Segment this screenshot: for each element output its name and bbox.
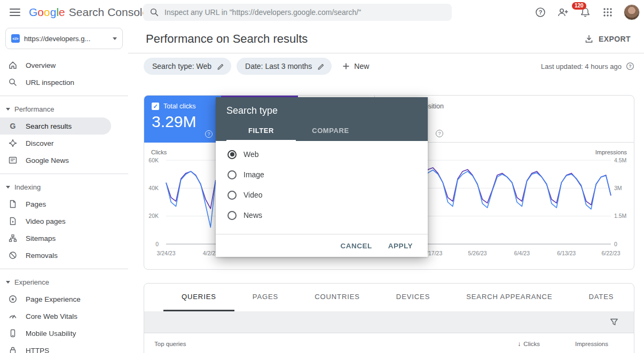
metric-tab-total-clicks[interactable]: ✓ Total clicks 3.29M ?	[144, 96, 221, 143]
radio-option-web[interactable]: Web	[216, 144, 428, 164]
column-clicks[interactable]: ↓ Clicks	[476, 340, 540, 348]
sidebar-item-sitemaps[interactable]: Sitemaps	[0, 230, 111, 247]
svg-text:6/22/23: 6/22/23	[601, 250, 620, 256]
search-icon	[8, 77, 18, 87]
sidebar-item-pages[interactable]: Pages	[0, 195, 111, 213]
chevron-down-icon	[113, 37, 117, 40]
video-page-icon	[8, 216, 18, 226]
last-updated: Last updated: 4 hours ago ?	[541, 62, 634, 70]
section-indexing[interactable]: Indexing	[0, 179, 128, 195]
tab-search-appearance[interactable]: SEARCH APPEARANCE	[448, 284, 570, 311]
svg-text:?: ?	[629, 64, 632, 69]
dialog-footer: CANCEL APPLY	[216, 234, 428, 257]
help-icon[interactable]: ?	[534, 6, 547, 19]
collapse-caret-icon	[6, 108, 10, 111]
home-icon	[8, 60, 18, 70]
app-logo[interactable]: Google Search Console	[29, 6, 148, 19]
svg-text:6/4/23: 6/4/23	[514, 250, 530, 256]
search-icon	[150, 7, 159, 17]
news-icon	[8, 155, 18, 165]
sitemap-icon	[8, 233, 18, 243]
sidebar-item-overview[interactable]: Overview	[0, 57, 111, 74]
apps-grid-icon[interactable]	[601, 6, 614, 19]
radio-option-video[interactable]: Video	[216, 185, 428, 205]
tab-countries[interactable]: COUNTRIES	[296, 284, 378, 311]
google-g-icon: G	[8, 121, 18, 131]
metric-tabs-filler	[452, 96, 634, 143]
divider	[0, 96, 128, 96]
dialog-body: Web Image Video News	[216, 141, 428, 234]
sidebar-item-https[interactable]: HTTPS	[0, 342, 111, 353]
svg-text:0: 0	[155, 241, 159, 247]
sidebar-item-discover[interactable]: Discover	[0, 135, 111, 152]
section-experience[interactable]: Experience	[0, 274, 128, 291]
filter-chip-search-type[interactable]: Search type: Web	[144, 58, 231, 75]
tab-pages[interactable]: PAGES	[234, 284, 296, 311]
filter-chip-date[interactable]: Date: Last 3 months	[237, 58, 332, 75]
help-icon[interactable]: ?	[436, 130, 443, 137]
logo-product-name: Search Console	[69, 6, 148, 19]
export-button[interactable]: EXPORT	[584, 34, 631, 44]
add-user-icon[interactable]	[556, 6, 569, 19]
page-header: Performance on Search results EXPORT	[128, 25, 644, 53]
sidebar-item-page-experience[interactable]: Page Experience	[0, 291, 111, 308]
dialog-tab-filter[interactable]: FILTER	[226, 122, 296, 141]
page-experience-icon	[8, 294, 18, 304]
svg-text:0: 0	[614, 241, 617, 247]
sidebar-item-core-web-vitals[interactable]: Core Web Vitals	[0, 308, 111, 325]
svg-text:G: G	[10, 122, 16, 130]
svg-text:60K: 60K	[148, 157, 159, 163]
column-impressions[interactable]: Impressions	[540, 341, 625, 347]
svg-text:5/26/23: 5/26/23	[468, 250, 487, 256]
sidebar-item-removals[interactable]: Removals	[0, 247, 111, 264]
property-label: https://developers.g...	[24, 35, 113, 43]
column-top-queries[interactable]: Top queries	[154, 341, 476, 347]
svg-text:?: ?	[539, 9, 543, 15]
plus-icon	[341, 61, 351, 71]
new-filter-button[interactable]: New	[337, 61, 373, 71]
tab-queries[interactable]: QUERIES	[163, 284, 234, 311]
page-title: Performance on Search results	[146, 32, 584, 46]
sidebar-item-mobile-usability[interactable]: Mobile Usability	[0, 325, 111, 342]
notifications-bell-icon[interactable]: 120	[579, 6, 592, 19]
download-icon	[584, 34, 594, 44]
search-input[interactable]	[164, 8, 445, 17]
svg-text:20K: 20K	[148, 213, 159, 219]
page-icon	[8, 199, 18, 209]
sidebar-item-video-pages[interactable]: Video pages	[0, 213, 111, 230]
notification-badge: 120	[572, 2, 586, 10]
dimension-tabs: QUERIES PAGES COUNTRIES DEVICES SEARCH A…	[144, 284, 634, 311]
help-icon[interactable]: ?	[626, 62, 634, 70]
tab-dates[interactable]: DATES	[570, 284, 632, 311]
sidebar-item-google-news[interactable]: Google News	[0, 152, 111, 169]
apply-button[interactable]: APPLY	[388, 242, 413, 250]
checkbox-checked-icon[interactable]: ✓	[152, 103, 159, 110]
filter-funnel-icon[interactable]	[609, 317, 619, 327]
radio-unselected-icon[interactable]	[227, 170, 237, 179]
help-icon[interactable]: ?	[205, 130, 213, 138]
svg-text:4.5M: 4.5M	[614, 157, 626, 163]
radio-unselected-icon[interactable]	[227, 191, 237, 200]
section-performance[interactable]: Performance	[0, 101, 128, 117]
table-header-row: Top queries ↓ Clicks Impressions	[144, 333, 634, 353]
radio-option-news[interactable]: News	[216, 205, 428, 225]
topbar: Google Search Console ? 120	[0, 0, 644, 25]
url-inspect-searchbar[interactable]	[143, 4, 452, 21]
property-selector[interactable]: </> https://developers.g...	[5, 28, 123, 49]
sidebar-item-search-results[interactable]: G Search results	[0, 117, 111, 135]
radio-selected-icon[interactable]	[227, 150, 237, 159]
cancel-button[interactable]: CANCEL	[340, 242, 372, 250]
lock-icon	[8, 346, 18, 353]
dialog-tab-compare[interactable]: COMPARE	[296, 122, 365, 141]
menu-icon[interactable]	[10, 9, 20, 16]
radio-option-image[interactable]: Image	[216, 164, 428, 185]
tab-devices[interactable]: DEVICES	[378, 284, 448, 311]
avatar[interactable]	[624, 4, 640, 20]
svg-text:40K: 40K	[148, 185, 159, 191]
radio-unselected-icon[interactable]	[227, 211, 237, 220]
sidebar-item-url-inspection[interactable]: URL inspection	[0, 74, 111, 91]
discover-sparkle-icon	[8, 138, 18, 148]
svg-text:6/13/23: 6/13/23	[557, 250, 576, 256]
dialog-header: Search type FILTER COMPARE	[216, 97, 428, 141]
svg-text:Impressions: Impressions	[595, 149, 627, 155]
